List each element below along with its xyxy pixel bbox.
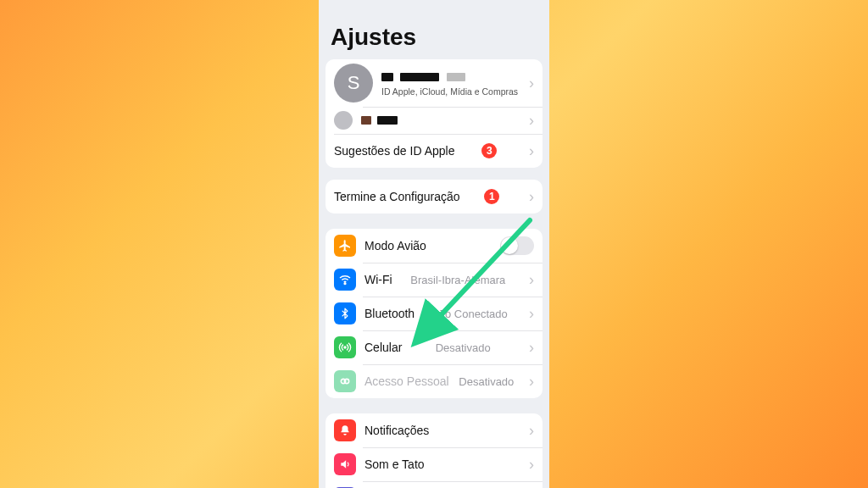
secondary-name-redacted [361,113,398,128]
sounds-row[interactable]: Som e Tato › [326,447,542,481]
chevron-right-icon: › [524,189,534,204]
profile-subtitle: ID Apple, iCloud, Mídia e Compras [381,86,518,97]
finish-setup-row[interactable]: Termine a Configuração 1 › [326,180,542,214]
annotation-arrow [390,212,559,364]
profile-name-redacted [381,69,518,85]
notification-badge: 3 [481,143,497,158]
svg-point-0 [344,283,346,285]
svg-point-3 [344,379,348,383]
notifications-row[interactable]: Notificações › [326,413,542,447]
row-label: Termine a Configuração [334,190,460,203]
system-group: Notificações › Som e Tato › Foco › [326,413,542,488]
row-label: Notificações [364,424,429,437]
row-label: Som e Tato [364,458,425,471]
row-label: Wi-Fi [364,273,392,286]
appleid-group: S ID Apple, iCloud, Mídia e Compras › [326,59,542,168]
secondary-account-row[interactable]: › [326,107,542,134]
svg-line-4 [417,220,530,341]
chevron-right-icon: › [524,143,534,158]
chevron-right-icon: › [524,75,534,91]
chevron-right-icon: › [524,374,534,389]
avatar-small [334,111,353,130]
row-label: Acesso Pessoal [364,374,449,388]
hotspot-row[interactable]: Acesso Pessoal Desativado › [326,364,542,398]
appleid-suggestions-row[interactable]: Sugestões de ID Apple 3 › [326,134,542,168]
speaker-icon [334,453,356,475]
focus-row[interactable]: Foco › [326,481,542,488]
bluetooth-icon [334,302,356,324]
notification-badge: 1 [484,189,499,204]
airplane-icon [334,235,356,257]
svg-point-1 [344,347,346,348]
bell-icon [334,419,356,441]
antenna-icon [334,336,356,358]
finish-setup-group: Termine a Configuração 1 › [326,180,542,214]
chevron-right-icon: › [524,423,534,438]
avatar: S [334,64,373,103]
row-value: Desativado [459,375,514,388]
wifi-icon [334,269,356,291]
row-label: Sugestões de ID Apple [334,144,454,158]
chevron-right-icon: › [524,457,534,472]
page-title: Ajustes [319,0,549,59]
hotspot-icon [334,370,356,392]
appleid-profile-row[interactable]: S ID Apple, iCloud, Mídia e Compras › [326,59,542,107]
chevron-right-icon: › [524,113,534,128]
